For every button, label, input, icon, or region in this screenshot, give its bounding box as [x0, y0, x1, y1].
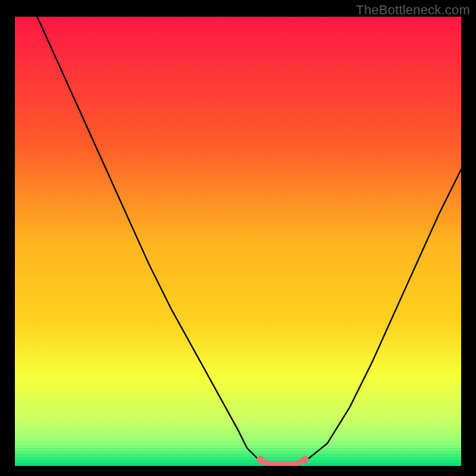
chart-plot — [15, 17, 461, 466]
chart-svg — [15, 17, 461, 466]
svg-rect-1 — [15, 445, 461, 446]
svg-rect-5 — [15, 457, 461, 458]
optimal-band-endpoint — [301, 456, 309, 464]
optimal-band-endpoint — [256, 456, 264, 464]
watermark-text: TheBottleneck.com — [356, 2, 470, 18]
chart-frame: TheBottleneck.com — [0, 0, 476, 476]
svg-rect-0 — [15, 442, 461, 443]
svg-rect-4 — [15, 454, 461, 455]
svg-rect-2 — [15, 448, 461, 449]
svg-rect-6 — [15, 460, 461, 461]
svg-rect-3 — [15, 451, 461, 452]
svg-rect-7 — [15, 463, 461, 464]
gradient-background — [15, 17, 461, 466]
